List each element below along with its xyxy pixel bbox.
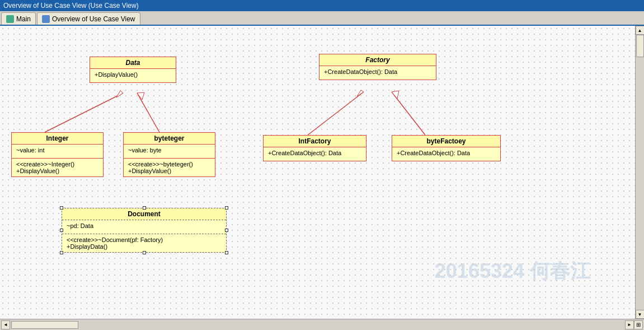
- class-bytefactoey[interactable]: byteFactoey +CreateDataObject(): Data: [392, 135, 501, 161]
- main-tab-icon: [6, 15, 14, 23]
- class-byteteger[interactable]: byteteger ~value: byte <<create>>~bytete…: [123, 132, 215, 177]
- class-intfactory-body: +CreateDataObject(): Data: [264, 147, 366, 161]
- class-intfactory[interactable]: IntFactory +CreateDataObject(): Data: [263, 135, 366, 161]
- class-factory[interactable]: Factory +CreateDataObject(): Data: [319, 54, 436, 80]
- class-document-attr: ~pd: Data: [62, 220, 226, 234]
- handle-ml[interactable]: [60, 229, 63, 232]
- handle-br[interactable]: [225, 251, 228, 254]
- class-integer[interactable]: Integer ~value: int <<create>>~Integer()…: [11, 132, 104, 177]
- scroll-left-button[interactable]: ◄: [1, 320, 10, 329]
- svg-line-4: [308, 92, 364, 135]
- zoom-button[interactable]: ⊞: [634, 320, 643, 329]
- class-bytefactoey-header: byteFactoey: [392, 136, 500, 147]
- svg-line-0: [45, 93, 123, 132]
- class-integer-attr: ~value: int: [12, 145, 103, 158]
- main-area: Data +DisplayValue() Factory +CreateData…: [0, 26, 644, 319]
- scroll-thumb-h[interactable]: [11, 321, 78, 329]
- class-data[interactable]: Data +DisplayValue(): [90, 57, 176, 83]
- handle-mr[interactable]: [225, 229, 228, 232]
- handle-tl[interactable]: [60, 206, 63, 210]
- class-document-methods: <<create>>~Document(pf: Factory) +Displa…: [62, 234, 226, 252]
- horizontal-scrollbar: ◄ ►: [1, 320, 634, 329]
- class-byteteger-methods: <<create>>~byteteger() +DisplayValue(): [124, 158, 215, 176]
- svg-marker-5: [357, 90, 364, 96]
- svg-line-6: [392, 92, 425, 135]
- class-integer-methods: <<create>>~Integer() +DisplayValue(): [12, 158, 103, 176]
- svg-marker-7: [392, 91, 399, 99]
- tab-main[interactable]: Main: [1, 12, 36, 25]
- title-bar: Overview of Use Case View (Use Case View…: [0, 0, 644, 11]
- scroll-up-button[interactable]: ▲: [636, 26, 645, 35]
- bottom-bar: ◄ ► ⊞: [0, 319, 644, 330]
- class-document-header: Document: [62, 208, 226, 220]
- tab-main-label: Main: [16, 15, 31, 23]
- class-factory-body: +CreateDataObject(): Data: [319, 66, 436, 80]
- tab-overview-label: Overview of Use Case View: [52, 15, 135, 23]
- tab-overview[interactable]: Overview of Use Case View: [37, 12, 140, 25]
- handle-bl[interactable]: [60, 251, 63, 254]
- title-text: Overview of Use Case View (Use Case View…: [3, 2, 139, 10]
- svg-line-2: [137, 93, 159, 132]
- scroll-track-v[interactable]: [636, 35, 644, 310]
- class-bytefactoey-body: +CreateDataObject(): Data: [392, 147, 500, 161]
- scroll-track-h[interactable]: [11, 321, 624, 329]
- scroll-right-button[interactable]: ►: [625, 320, 634, 329]
- scroll-thumb-v[interactable]: [636, 35, 644, 57]
- class-data-body: +DisplayValue(): [90, 69, 176, 82]
- class-document[interactable]: Document ~pd: Data <<create>>~Document(p…: [62, 208, 227, 253]
- handle-tr[interactable]: [225, 206, 228, 210]
- tab-bar: Main Overview of Use Case View: [0, 11, 644, 26]
- class-factory-header: Factory: [319, 54, 436, 66]
- class-intfactory-header: IntFactory: [264, 136, 366, 147]
- svg-marker-1: [116, 91, 123, 97]
- handle-tm[interactable]: [143, 206, 146, 210]
- watermark: 20165324 何春江: [435, 258, 590, 285]
- vertical-scrollbar: ▲ ▼: [635, 26, 644, 319]
- class-byteteger-attr: ~value: byte: [124, 145, 215, 158]
- canvas[interactable]: Data +DisplayValue() Factory +CreateData…: [0, 26, 635, 319]
- scroll-down-button[interactable]: ▼: [636, 310, 645, 319]
- class-byteteger-header: byteteger: [124, 133, 215, 145]
- diagram-tab-icon: [42, 15, 50, 23]
- handle-bm[interactable]: [143, 251, 146, 254]
- svg-marker-3: [137, 92, 144, 100]
- class-integer-header: Integer: [12, 133, 103, 145]
- class-data-header: Data: [90, 57, 176, 69]
